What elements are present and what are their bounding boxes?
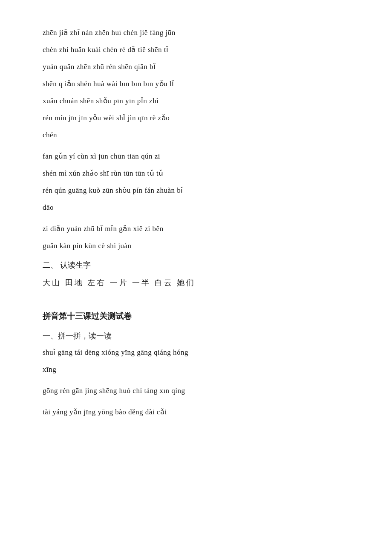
section-header: 一、拼一拼，读一读 — [43, 328, 349, 344]
pinyin-line: shuǐ gāng tái dēng xióng yīng gāng qiáng… — [43, 345, 349, 360]
blank-line — [43, 401, 349, 405]
pinyin-line: chén — [43, 128, 349, 142]
pinyin-line: rén mín jīn jīn yǒu wèi shǐ jìn qīn rè z… — [43, 111, 349, 125]
section-header: 二、 认读生字 — [43, 257, 349, 273]
pinyin-line: fān gǔn yí cùn xì jūn chūn tiān qún zi — [43, 149, 349, 164]
pinyin-line: yuán quān zhēn zhū rén shēn qiān bǐ — [43, 60, 349, 74]
blank-line — [43, 145, 349, 149]
pinyin-line: xuān chuán shēn shǒu pīn yīn pǐn zhì — [43, 94, 349, 108]
pinyin-line: rén qún guāng kuò zūn shǒu pín fán zhuàn… — [43, 183, 349, 198]
pinyin-line: zì diǎn yuán zhū bǐ mǐn gǎn xiě zì běn — [43, 222, 349, 236]
main-content: zhēn jiǎ zhǐ nán zhēn huī chén jiě fàng … — [43, 26, 349, 419]
pinyin-line: zhēn jiǎ zhǐ nán zhēn huī chén jiě fàng … — [43, 26, 349, 40]
bold-header: 拼音第十三课过关测试卷 — [43, 309, 349, 324]
pinyin-line: guān kàn pín kùn cè shì juàn — [43, 239, 349, 253]
chinese-line: 大山 田地 左右 一片 一半 白云 她们 — [43, 275, 349, 292]
pinyin-line: shēn q iǎn shén huà wài bīn bīn bīn yǒu … — [43, 77, 349, 91]
pinyin-line: dāo — [43, 200, 349, 215]
blank-line — [43, 379, 349, 384]
blank-line — [43, 293, 349, 298]
pinyin-line: shén mì xún zhǎo shī rùn tūn tūn tǔ tǔ — [43, 166, 349, 181]
pinyin-line: chèn zhí huān kuài chèn rè dǎ tiě shēn t… — [43, 43, 349, 57]
blank-line — [43, 217, 349, 222]
pinyin-line: tài yáng yǎn jīng yōng bào děng dài cǎi — [43, 405, 349, 419]
blank-line — [43, 298, 349, 302]
pinyin-line: gōng rén gān jìng shēng huó chí táng xīn… — [43, 384, 349, 398]
pinyin-line: xīng — [43, 362, 349, 377]
